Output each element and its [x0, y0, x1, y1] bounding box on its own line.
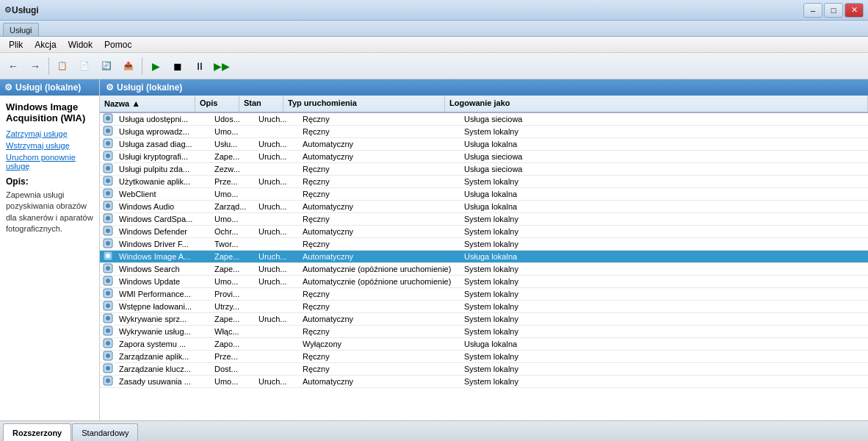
table-row[interactable]: Zasady usuwania ...Umo...Uruch...Automat… — [100, 376, 868, 388]
service-icon — [103, 238, 115, 250]
table-row[interactable]: Zarządzanie klucz...Dost...RęcznySystem … — [100, 363, 868, 376]
service-stan: Uruch... — [254, 251, 298, 262]
left-panel-icon: ⚙ — [4, 82, 12, 93]
service-typ: Automatyczny — [298, 251, 460, 262]
service-opis: Umo... — [210, 376, 254, 387]
restart-service-link[interactable]: Uruchom ponownie usługę — [6, 153, 93, 171]
service-log: Usługa lokalna — [460, 338, 868, 350]
service-name: Zarządzanie klucz... — [115, 363, 210, 375]
service-icon — [103, 263, 115, 275]
show-console-button[interactable]: 📋 — [52, 56, 73, 76]
left-panel: ⚙ Usługi (lokalne) Windows Image Acquisi… — [0, 79, 100, 420]
menu-akcja[interactable]: Akcja — [29, 38, 62, 51]
service-name: Windows Driver F... — [115, 238, 210, 250]
table-row[interactable]: Zarządzanie aplik...Prze...RęcznySystem … — [100, 351, 868, 363]
maximize-button[interactable]: □ — [824, 3, 843, 18]
service-log: System lokalny — [460, 263, 868, 275]
service-log: System lokalny — [460, 176, 868, 187]
svg-point-13 — [106, 191, 110, 196]
service-stan: Uruch... — [254, 201, 298, 212]
table-row[interactable]: Wykrywanie sprz...Zape...Uruch...Automat… — [100, 313, 868, 326]
table-row[interactable]: Wykrywanie usług...Włąc...RęcznySystem l… — [100, 326, 868, 338]
right-panel-header: ⚙ Usługi (lokalne) — [100, 79, 868, 96]
table-row[interactable]: Usługa zasad diag...Usłu...Uruch...Autom… — [100, 138, 868, 151]
service-stan: Uruch... — [254, 151, 298, 162]
menu-pomoc[interactable]: Pomoc — [98, 38, 137, 51]
service-opis: Włąc... — [210, 326, 254, 337]
menu-widok[interactable]: Widok — [62, 38, 98, 51]
service-icon — [103, 213, 115, 225]
service-stan: Uruch... — [254, 138, 298, 150]
table-row[interactable]: Windows CardSpa...Umo...RęcznySystem lok… — [100, 213, 868, 226]
left-panel-header-text: Usługi (lokalne) — [15, 82, 81, 93]
table-row[interactable]: Usługi pulpitu zda...Zezw...RęcznyUsługa… — [100, 163, 868, 176]
col-header-opis[interactable]: Opis — [195, 96, 239, 112]
resume-button[interactable]: ▶▶ — [211, 56, 232, 76]
table-row[interactable]: Windows Image A...Zape...Uruch...Automat… — [100, 251, 868, 263]
service-icon — [103, 363, 115, 375]
table-row[interactable]: Windows DefenderOchr...Uruch...Automatyc… — [100, 226, 868, 238]
tab-rozszerzony[interactable]: Rozszerzony — [3, 423, 71, 441]
service-stan: Uruch... — [254, 276, 298, 287]
service-typ: Ręczny — [298, 363, 460, 375]
service-log: System lokalny — [460, 213, 868, 225]
table-row[interactable]: Usługi kryptografi...Zape...Uruch...Auto… — [100, 151, 868, 163]
service-stan — [254, 243, 298, 245]
service-name: Usługa zasad diag... — [115, 138, 210, 150]
table-row[interactable]: Użytkowanie aplik...Prze...Uruch...Ręczn… — [100, 176, 868, 188]
desc-title: Opis: — [6, 176, 93, 187]
svg-point-9 — [106, 166, 110, 171]
title-bar: ⚙ Usługi – □ ✕ — [0, 0, 868, 21]
table-row[interactable]: Usługa wprowadz...Umo...RęcznySystem lok… — [100, 126, 868, 138]
stop-button[interactable]: ◼ — [167, 56, 188, 76]
table-row[interactable]: Windows SearchZape...Uruch...Automatyczn… — [100, 263, 868, 276]
col-header-typ[interactable]: Typ uruchomienia — [283, 96, 445, 112]
col-header-stan[interactable]: Stan — [239, 96, 283, 112]
table-row[interactable]: Zapora systemu ...Zapo...WyłączonyUsługa… — [100, 338, 868, 351]
stop-service-link[interactable]: Zatrzymaj usługę — [6, 129, 93, 138]
tab-standardowy[interactable]: Standardowy — [72, 423, 138, 441]
services-table[interactable]: Nazwa ▲ Opis Stan Typ uruchomienia Logow… — [100, 96, 868, 420]
service-name: WMI Performance... — [115, 288, 210, 300]
service-log: System lokalny — [460, 126, 868, 137]
service-icon — [103, 301, 115, 312]
table-row[interactable]: Windows Driver F...Twor...RęcznySystem l… — [100, 238, 868, 251]
minimize-button[interactable]: – — [803, 3, 822, 18]
service-opis: Ochr... — [210, 226, 254, 237]
col-header-nazwa[interactable]: Nazwa ▲ — [100, 96, 195, 112]
refresh-button[interactable]: 🔄 — [96, 56, 117, 76]
forward-button[interactable]: → — [25, 56, 46, 76]
table-body: Usługa udostępni...Udos...Uruch...Ręczny… — [100, 113, 868, 388]
service-name: Windows CardSpa... — [115, 213, 210, 225]
service-icon — [103, 201, 115, 212]
service-opis: Dost... — [210, 363, 254, 375]
service-stan: Uruch... — [254, 226, 298, 237]
play-button[interactable]: ▶ — [145, 56, 166, 76]
properties-button[interactable]: 📤 — [118, 56, 139, 76]
service-stan: Uruch... — [254, 176, 298, 187]
table-row[interactable]: Windows AudioZarząd...Uruch...Automatycz… — [100, 201, 868, 213]
table-row[interactable]: Windows UpdateUmo...Uruch...Automatyczni… — [100, 276, 868, 288]
close-button[interactable]: ✕ — [845, 3, 864, 18]
service-log: System lokalny — [460, 326, 868, 337]
service-typ: Ręczny — [298, 238, 460, 250]
service-typ: Automatyczny — [298, 138, 460, 150]
col-header-log[interactable]: Logowanie jako — [445, 96, 868, 112]
service-stan — [254, 193, 298, 196]
service-icon — [103, 376, 115, 387]
svg-point-7 — [106, 154, 110, 158]
table-row[interactable]: WebClientUmo...RęcznyUsługa lokalna — [100, 188, 868, 201]
back-button[interactable]: ← — [3, 56, 23, 76]
menu-bar: Plik Akcja Widok Pomoc — [0, 37, 868, 53]
export-button[interactable]: 📄 — [74, 56, 95, 76]
top-tab-1[interactable]: Usługi — [3, 23, 39, 36]
service-typ: Ręczny — [298, 301, 460, 312]
table-row[interactable]: WMI Performance...Provi...RęcznySystem l… — [100, 288, 868, 301]
service-stan — [254, 305, 298, 308]
table-row[interactable]: Wstępne ładowani...Utrzy...RęcznySystem … — [100, 301, 868, 313]
service-log: Usługa lokalna — [460, 251, 868, 262]
menu-plik[interactable]: Plik — [3, 38, 29, 51]
pause-button[interactable]: ⏸ — [189, 56, 210, 76]
pause-service-link[interactable]: Wstrzymaj usługę — [6, 141, 93, 150]
table-row[interactable]: Usługa udostępni...Udos...Uruch...Ręczny… — [100, 113, 868, 126]
